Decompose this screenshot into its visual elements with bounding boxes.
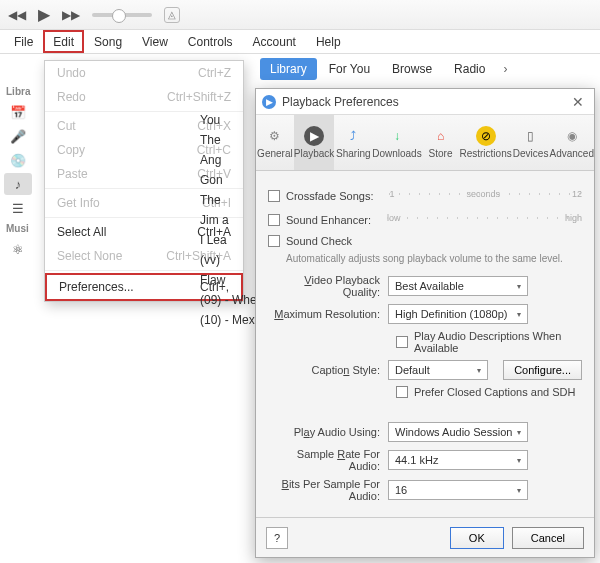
dtab-sharing[interactable]: ⤴Sharing xyxy=(334,115,372,170)
tab-browse[interactable]: Browse xyxy=(382,58,442,80)
crossfade-slider[interactable]: 1seconds12 xyxy=(389,187,582,205)
preferences-dialog: ▶ Playback Preferences ✕ ⚙General ▶Playb… xyxy=(255,88,595,558)
cancel-button[interactable]: Cancel xyxy=(512,527,584,549)
sidebar-artists-icon[interactable]: 🎤 xyxy=(4,125,32,147)
dtab-advanced[interactable]: ◉Advanced xyxy=(550,115,594,170)
menu-item-redo[interactable]: RedoCtrl+Shift+Z xyxy=(45,85,243,109)
video-quality-label: Video Playback Quality: xyxy=(268,274,388,298)
sidebar-recently-added-icon[interactable]: 📅 xyxy=(4,101,32,123)
audio-descriptions-label: Play Audio Descriptions When Available xyxy=(414,330,582,354)
enhancer-checkbox[interactable] xyxy=(268,214,280,226)
dialog-tabs: ⚙General ▶Playback ⤴Sharing ↓Downloads ⌂… xyxy=(256,115,594,171)
tabs-more-icon[interactable]: › xyxy=(497,58,517,80)
dialog-icon: ▶ xyxy=(262,95,276,109)
dtab-general[interactable]: ⚙General xyxy=(256,115,294,170)
tab-radio[interactable]: Radio xyxy=(444,58,495,80)
menu-edit[interactable]: Edit xyxy=(43,30,84,53)
close-icon[interactable]: ✕ xyxy=(568,94,588,110)
dialog-titlebar: ▶ Playback Preferences ✕ xyxy=(256,89,594,115)
chevron-down-icon: ▾ xyxy=(517,486,521,495)
sample-rate-select[interactable]: 44.1 kHz▾ xyxy=(388,450,528,470)
menu-song[interactable]: Song xyxy=(84,30,132,53)
play-icon[interactable]: ▶ xyxy=(38,5,50,24)
chevron-down-icon: ▾ xyxy=(517,282,521,291)
crossfade-label: Crossfade Songs: xyxy=(286,190,373,202)
playback-toolbar: ◀◀ ▶ ▶▶ ◬ xyxy=(0,0,600,30)
tab-library[interactable]: Library xyxy=(260,58,317,80)
dtab-restrictions[interactable]: ⊘Restrictions xyxy=(459,115,511,170)
max-resolution-label: Maximum Resolution: xyxy=(268,308,388,320)
menu-help[interactable]: Help xyxy=(306,30,351,53)
bits-per-sample-select[interactable]: 16▾ xyxy=(388,480,528,500)
chevron-down-icon: ▾ xyxy=(517,456,521,465)
sidebar-genres-icon[interactable]: ☰ xyxy=(4,197,32,219)
audio-descriptions-checkbox[interactable] xyxy=(396,336,408,348)
chevron-down-icon: ▾ xyxy=(477,366,481,375)
airplay-icon[interactable]: ◬ xyxy=(164,7,180,23)
tab-foryou[interactable]: For You xyxy=(319,58,380,80)
play-audio-using-label: Play Audio Using: xyxy=(268,426,388,438)
sidebar-playlist-icon[interactable]: ⚛ xyxy=(4,238,32,260)
sidebar-albums-icon[interactable]: 💿 xyxy=(4,149,32,171)
max-resolution-select[interactable]: High Definition (1080p)▾ xyxy=(388,304,528,324)
dtab-store[interactable]: ⌂Store xyxy=(422,115,460,170)
menu-controls[interactable]: Controls xyxy=(178,30,243,53)
menu-item-undo[interactable]: UndoCtrl+Z xyxy=(45,61,243,85)
sample-rate-label: Sample Rate For Audio: xyxy=(268,448,388,472)
video-quality-select[interactable]: Best Available▾ xyxy=(388,276,528,296)
sidebar-heading-library: Libra xyxy=(6,86,44,97)
enhancer-label: Sound Enhancer: xyxy=(286,214,371,226)
help-button[interactable]: ? xyxy=(266,527,288,549)
menu-account[interactable]: Account xyxy=(243,30,306,53)
ok-button[interactable]: OK xyxy=(450,527,504,549)
configure-button[interactable]: Configure... xyxy=(503,360,582,380)
sidebar: Libra 📅 🎤 💿 ♪ ☰ Musi ⚛ xyxy=(4,82,44,262)
menu-bar: File Edit Song View Controls Account Hel… xyxy=(0,30,600,54)
menu-view[interactable]: View xyxy=(132,30,178,53)
bits-per-sample-label: Bits Per Sample For Audio: xyxy=(268,478,388,502)
enhancer-slider[interactable]: lowhigh xyxy=(387,211,582,229)
sidebar-heading-music: Musi xyxy=(6,223,44,234)
dialog-body: Crossfade Songs: 1seconds12 Sound Enhanc… xyxy=(256,171,594,517)
play-audio-using-select[interactable]: Windows Audio Session▾ xyxy=(388,422,528,442)
sidebar-songs-icon[interactable]: ♪ xyxy=(4,173,32,195)
dtab-playback[interactable]: ▶Playback xyxy=(294,115,335,170)
dtab-downloads[interactable]: ↓Downloads xyxy=(372,115,421,170)
soundcheck-note: Automatically adjusts song playback volu… xyxy=(286,253,582,264)
chevron-down-icon: ▾ xyxy=(517,428,521,437)
caption-style-select[interactable]: Default▾ xyxy=(388,360,488,380)
dtab-devices[interactable]: ▯Devices xyxy=(512,115,550,170)
dialog-title: Playback Preferences xyxy=(282,95,399,109)
menu-file[interactable]: File xyxy=(4,30,43,53)
soundcheck-label: Sound Check xyxy=(286,235,352,247)
chevron-down-icon: ▾ xyxy=(517,310,521,319)
soundcheck-checkbox[interactable] xyxy=(268,235,280,247)
crossfade-checkbox[interactable] xyxy=(268,190,280,202)
prev-track-icon[interactable]: ◀◀ xyxy=(8,8,26,22)
dialog-button-bar: ? OK Cancel xyxy=(256,517,594,557)
prefer-cc-label: Prefer Closed Captions and SDH xyxy=(414,386,575,398)
prefer-cc-checkbox[interactable] xyxy=(396,386,408,398)
volume-slider[interactable] xyxy=(92,13,152,17)
caption-style-label: Caption Style: xyxy=(268,364,388,376)
next-track-icon[interactable]: ▶▶ xyxy=(62,8,80,22)
